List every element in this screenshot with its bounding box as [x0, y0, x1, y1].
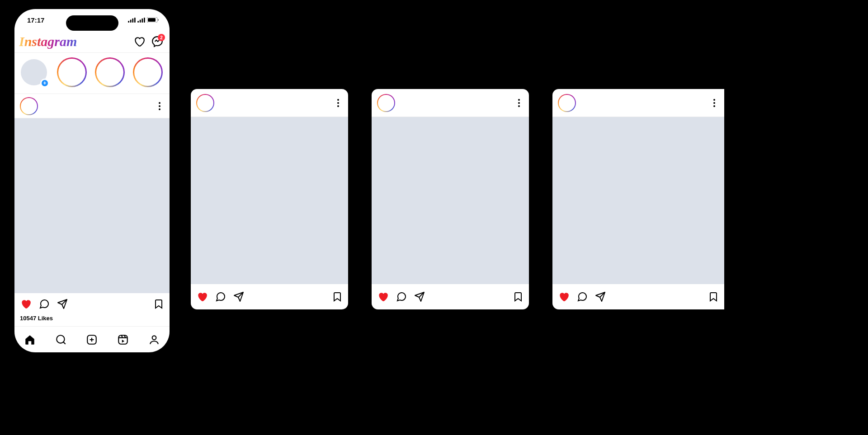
- svg-rect-13: [118, 335, 127, 344]
- post-image[interactable]: [14, 118, 170, 293]
- post-actions: [191, 284, 348, 309]
- phone-power-button: [175, 116, 177, 159]
- comment-icon: [396, 291, 407, 302]
- post-card: [552, 89, 724, 309]
- avatar-placeholder: [134, 59, 161, 86]
- dynamic-island: [66, 15, 118, 31]
- post-actions: [552, 284, 724, 309]
- nav-create[interactable]: [86, 334, 98, 346]
- send-icon: [57, 299, 68, 309]
- post-more-button[interactable]: [710, 99, 719, 107]
- nav-search[interactable]: [55, 334, 67, 346]
- comment-button[interactable]: [39, 299, 50, 309]
- share-button[interactable]: [595, 291, 606, 302]
- save-button[interactable]: [708, 291, 719, 302]
- post-actions: [14, 293, 170, 315]
- status-indicators: [128, 17, 159, 23]
- phone-frame: 17:17 Instagram 2: [9, 4, 175, 358]
- battery-icon: [147, 17, 159, 23]
- post-header: [552, 89, 724, 117]
- activity-button[interactable]: [133, 36, 145, 47]
- comment-icon: [39, 299, 50, 309]
- search-icon: [55, 334, 67, 346]
- story-item[interactable]: [57, 57, 87, 87]
- nav-reels[interactable]: [117, 334, 129, 346]
- post-more-button[interactable]: [334, 99, 343, 107]
- svg-rect-3: [134, 18, 136, 23]
- heart-filled-icon: [196, 291, 208, 303]
- post-card: [372, 89, 529, 309]
- nav-home[interactable]: [24, 334, 36, 346]
- comment-icon: [577, 291, 588, 302]
- profile-icon: [148, 334, 160, 346]
- comment-icon: [215, 291, 226, 302]
- share-button[interactable]: [414, 291, 425, 302]
- post-image[interactable]: [552, 117, 724, 284]
- bookmark-icon: [332, 291, 343, 302]
- svg-point-14: [152, 336, 156, 340]
- instagram-logo[interactable]: Instagram: [19, 34, 77, 49]
- avatar-placeholder: [58, 59, 85, 86]
- svg-rect-4: [137, 21, 139, 23]
- messages-badge: 2: [158, 34, 165, 41]
- send-icon: [414, 291, 425, 302]
- svg-rect-1: [130, 19, 132, 22]
- bookmark-icon: [708, 291, 719, 302]
- svg-rect-0: [128, 21, 129, 23]
- svg-rect-5: [140, 19, 141, 22]
- messages-button[interactable]: 2: [151, 36, 163, 47]
- post-author-avatar[interactable]: [196, 94, 214, 112]
- story-item[interactable]: [133, 57, 163, 87]
- likes-count[interactable]: 10547 Likes: [14, 315, 170, 326]
- svg-rect-7: [144, 18, 145, 23]
- comment-button[interactable]: [396, 291, 407, 302]
- phone-volume-up: [7, 102, 9, 127]
- heart-icon: [133, 36, 145, 47]
- your-story[interactable]: +: [19, 57, 49, 87]
- post-author-avatar[interactable]: [558, 94, 576, 112]
- stories-tray[interactable]: +: [14, 52, 170, 94]
- like-button[interactable]: [20, 298, 32, 310]
- phone-volume-down: [7, 135, 9, 160]
- plus-square-icon: [86, 334, 98, 346]
- post-author-avatar[interactable]: [377, 94, 395, 112]
- app-header: Instagram 2: [14, 31, 170, 52]
- like-button[interactable]: [196, 291, 208, 303]
- svg-rect-2: [132, 18, 133, 22]
- svg-rect-6: [142, 18, 143, 22]
- share-button[interactable]: [57, 299, 68, 309]
- phone-mute-switch: [7, 76, 9, 90]
- story-item[interactable]: [95, 57, 125, 87]
- post-more-button[interactable]: [514, 99, 524, 107]
- comment-button[interactable]: [577, 291, 588, 302]
- post-card: [191, 89, 348, 309]
- avatar-placeholder: [96, 59, 123, 86]
- post-image[interactable]: [191, 117, 348, 284]
- post-header: [14, 94, 170, 118]
- like-button[interactable]: [558, 291, 570, 303]
- signal-icon: [137, 18, 145, 23]
- share-button[interactable]: [233, 291, 244, 302]
- phone-screen: 17:17 Instagram 2: [14, 9, 170, 352]
- bookmark-icon: [153, 299, 164, 309]
- post-author-avatar[interactable]: [20, 97, 38, 115]
- save-button[interactable]: [153, 299, 164, 309]
- post-more-button[interactable]: [155, 102, 164, 110]
- nav-profile[interactable]: [148, 334, 160, 346]
- save-button[interactable]: [332, 291, 343, 302]
- send-icon: [233, 291, 244, 302]
- save-button[interactable]: [513, 291, 524, 302]
- comment-button[interactable]: [215, 291, 226, 302]
- post-actions: [372, 284, 529, 309]
- post-image[interactable]: [372, 117, 529, 284]
- svg-rect-10: [158, 19, 159, 21]
- bookmark-icon: [513, 291, 524, 302]
- bottom-nav: [14, 326, 170, 352]
- add-story-icon: +: [40, 79, 49, 88]
- home-icon: [24, 334, 36, 346]
- signal-icon: [128, 18, 136, 23]
- like-button[interactable]: [377, 291, 389, 303]
- reels-icon: [117, 334, 129, 346]
- heart-filled-icon: [377, 291, 389, 303]
- heart-filled-icon: [20, 298, 32, 310]
